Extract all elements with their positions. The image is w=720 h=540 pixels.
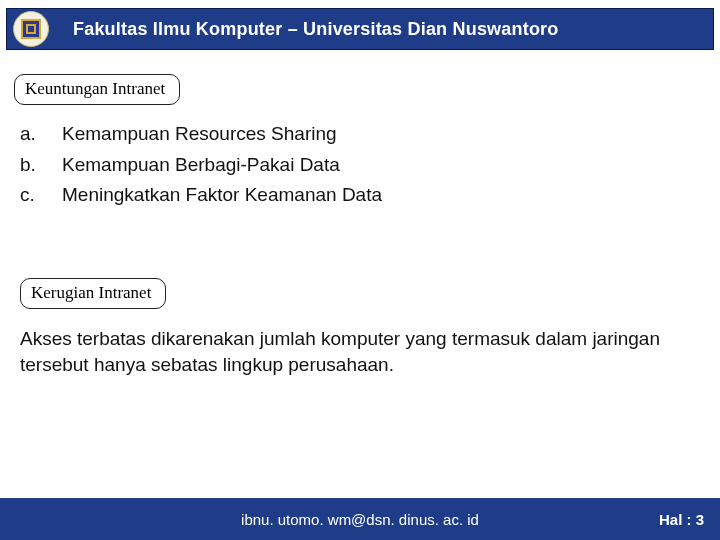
list-text: Kemampuan Resources Sharing	[62, 120, 337, 149]
section-label-advantages: Keuntungan Intranet	[14, 74, 180, 105]
footer-email: ibnu. utomo. wm@dsn. dinus. ac. id	[241, 511, 479, 528]
list-text: Meningkatkan Faktor Keamanan Data	[62, 181, 382, 210]
list-text: Kemampuan Berbagi-Pakai Data	[62, 151, 340, 180]
list-marker: a.	[20, 120, 62, 149]
footer-bar: ibnu. utomo. wm@dsn. dinus. ac. id Hal :…	[0, 498, 720, 540]
list-item: c. Meningkatkan Faktor Keamanan Data	[20, 181, 700, 210]
footer-page-number: Hal : 3	[659, 511, 704, 528]
list-item: a. Kemampuan Resources Sharing	[20, 120, 700, 149]
university-logo	[13, 11, 49, 47]
list-marker: c.	[20, 181, 62, 210]
logo-icon	[21, 19, 41, 39]
section-label-disadvantages: Kerugian Intranet	[20, 278, 166, 309]
header-bar: Fakultas Ilmu Komputer – Universitas Dia…	[6, 8, 714, 50]
advantages-list: a. Kemampuan Resources Sharing b. Kemamp…	[20, 120, 700, 212]
list-item: b. Kemampuan Berbagi-Pakai Data	[20, 151, 700, 180]
header-title: Fakultas Ilmu Komputer – Universitas Dia…	[73, 19, 559, 40]
list-marker: b.	[20, 151, 62, 180]
disadvantages-paragraph: Akses terbatas dikarenakan jumlah komput…	[20, 326, 698, 377]
